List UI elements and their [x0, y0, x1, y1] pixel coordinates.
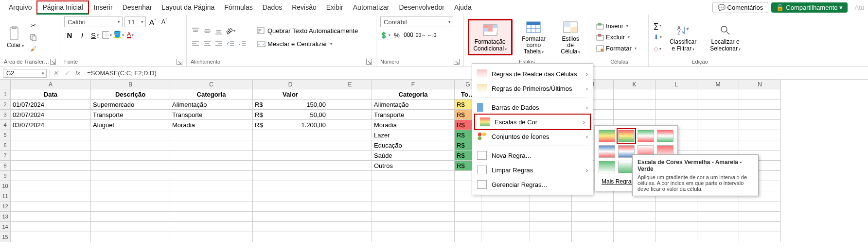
cell-C12[interactable]: [170, 201, 253, 212]
menu-automatizar[interactable]: Automatizar: [348, 1, 394, 13]
cell-F15[interactable]: [372, 232, 455, 242]
cell-F4[interactable]: Moradia: [372, 120, 455, 130]
row-header-1[interactable]: 1: [0, 89, 11, 100]
cell-A1[interactable]: Data: [11, 89, 91, 100]
cell-E11[interactable]: [328, 191, 372, 201]
clear-button[interactable]: ◇: [653, 44, 662, 54]
cell-C9[interactable]: [170, 171, 253, 181]
cut-button[interactable]: ✂: [29, 21, 38, 31]
cell-C11[interactable]: [170, 191, 253, 201]
cell-K2[interactable]: [614, 100, 655, 110]
cell-B1[interactable]: Descrição: [91, 89, 170, 100]
increase-indent-button[interactable]: [237, 39, 247, 49]
row-header-3[interactable]: 3: [0, 110, 11, 120]
cell-M6[interactable]: [697, 140, 739, 151]
cell-I13[interactable]: [530, 212, 572, 222]
cell-A8[interactable]: [11, 161, 91, 171]
cell-B11[interactable]: [91, 191, 170, 201]
decrease-indent-button[interactable]: [226, 39, 235, 49]
format-as-table-button[interactable]: Formatar como Tabela: [514, 17, 553, 57]
row-header-5[interactable]: 5: [0, 130, 11, 140]
cell-G13[interactable]: [455, 212, 481, 222]
cell-F6[interactable]: Educação: [372, 140, 455, 151]
cell-A6[interactable]: [11, 140, 91, 151]
cell-F13[interactable]: [372, 212, 455, 222]
cell-N3[interactable]: [739, 110, 781, 120]
cell-C2[interactable]: Alimentação: [170, 100, 253, 110]
cell-E5[interactable]: [328, 130, 372, 140]
menu-formulas[interactable]: Fórmulas: [219, 1, 257, 13]
cell-H15[interactable]: [481, 232, 530, 242]
cell-K3[interactable]: [614, 110, 655, 120]
enter-formula-button[interactable]: ✓: [61, 69, 72, 77]
name-box[interactable]: G2: [3, 69, 47, 78]
menu-pagina-inicial[interactable]: Página Inicial: [36, 0, 89, 15]
orientation-button[interactable]: ab: [226, 26, 235, 36]
cf-color-scales-item[interactable]: Escalas de Cor ›: [474, 114, 591, 130]
cell-J12[interactable]: [572, 201, 614, 212]
menu-desenvolvedor[interactable]: Desenvolvedor: [394, 1, 449, 13]
cf-manage-rules-item[interactable]: Gerenciar Regras…: [472, 177, 593, 192]
cell-C4[interactable]: Moradia: [170, 120, 253, 130]
cell-D13[interactable]: [253, 212, 328, 222]
cell-H13[interactable]: [481, 212, 530, 222]
menu-arquivo[interactable]: Arquivo: [4, 1, 36, 13]
cell-J13[interactable]: [572, 212, 614, 222]
cell-N6[interactable]: [739, 140, 781, 151]
color-scale-option-5[interactable]: [599, 145, 615, 158]
font-name-combo[interactable]: Calibri: [64, 17, 123, 27]
cell-D8[interactable]: [253, 161, 328, 171]
cell-N5[interactable]: [739, 130, 781, 140]
cell-M14[interactable]: [697, 222, 739, 232]
accounting-format-button[interactable]: 💲: [380, 30, 390, 40]
cell-A12[interactable]: [11, 201, 91, 212]
row-header-11[interactable]: 11: [0, 191, 11, 201]
italic-button[interactable]: I: [77, 30, 88, 40]
cell-E4[interactable]: [328, 120, 372, 130]
cell-I14[interactable]: [530, 222, 572, 232]
select-all-corner[interactable]: [0, 80, 11, 89]
cell-A4[interactable]: 03/07/2024: [11, 120, 91, 130]
cell-M5[interactable]: [697, 130, 739, 140]
cell-C14[interactable]: [170, 222, 253, 232]
decrease-font-button[interactable]: A˅: [159, 17, 169, 27]
cell-F2[interactable]: Alimentação: [372, 100, 455, 110]
cell-E9[interactable]: [328, 171, 372, 181]
increase-font-button[interactable]: A˄: [148, 17, 158, 27]
cell-I12[interactable]: [530, 201, 572, 212]
row-header-10[interactable]: 10: [0, 181, 11, 191]
cell-B4[interactable]: Aluguel: [91, 120, 170, 130]
cell-E10[interactable]: [328, 181, 372, 191]
cell-N2[interactable]: [739, 100, 781, 110]
cell-B15[interactable]: [91, 232, 170, 242]
fill-button[interactable]: ⬇: [653, 33, 662, 42]
cell-K12[interactable]: [614, 201, 655, 212]
cell-J14[interactable]: [572, 222, 614, 232]
cell-D3[interactable]: R$50,00: [253, 110, 328, 120]
column-header-d[interactable]: D: [253, 80, 328, 89]
cf-new-rule-item[interactable]: Nova Regra…: [472, 148, 593, 163]
cell-E6[interactable]: [328, 140, 372, 151]
font-dialog-launcher[interactable]: ↘: [177, 59, 182, 65]
cell-D10[interactable]: [253, 181, 328, 191]
cell-C8[interactable]: [170, 161, 253, 171]
cell-C7[interactable]: [170, 151, 253, 161]
cell-N13[interactable]: [739, 212, 781, 222]
cell-A14[interactable]: [11, 222, 91, 232]
cell-B6[interactable]: [91, 140, 170, 151]
autosum-button[interactable]: ∑: [653, 21, 662, 31]
cf-data-bars-item[interactable]: Barras de Dados ›: [472, 100, 593, 115]
cell-E13[interactable]: [328, 212, 372, 222]
align-center-button[interactable]: [202, 39, 212, 49]
cell-B10[interactable]: [91, 181, 170, 191]
cell-D14[interactable]: [253, 222, 328, 232]
cell-F12[interactable]: [372, 201, 455, 212]
font-color-button[interactable]: A: [125, 30, 135, 40]
align-left-button[interactable]: [191, 39, 200, 49]
align-top-button[interactable]: [191, 26, 200, 36]
row-header-15[interactable]: 15: [0, 232, 11, 242]
row-header-12[interactable]: 12: [0, 201, 11, 212]
cell-H14[interactable]: [481, 222, 530, 232]
cell-N12[interactable]: [739, 201, 781, 212]
insert-cells-button[interactable]: Inserir: [594, 21, 638, 31]
